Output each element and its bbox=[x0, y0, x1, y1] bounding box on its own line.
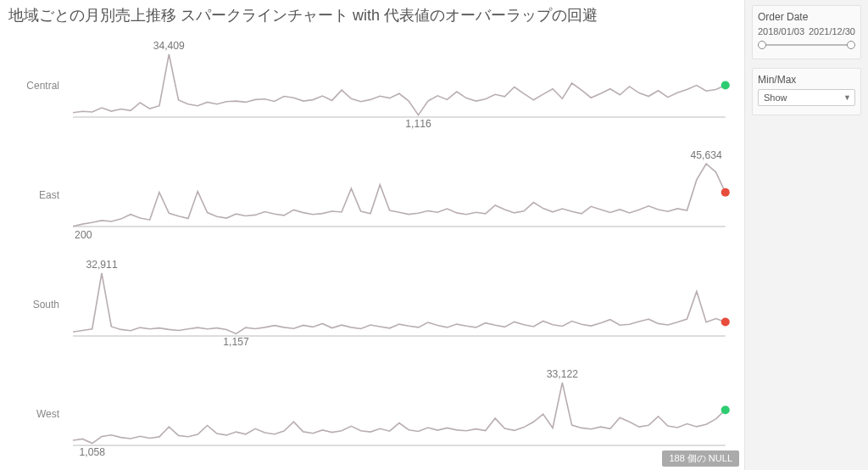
minmax-panel: Min/Max Show ▼ bbox=[752, 68, 861, 115]
app-root: 地域ごとの月別売上推移 スパークラインチャート with 代表値のオーバーラップ… bbox=[0, 0, 868, 470]
max-label: 45,634 bbox=[690, 149, 722, 161]
chart-row-south: South32,9111,157 bbox=[5, 255, 739, 355]
endpoint-dot bbox=[721, 317, 730, 326]
max-label: 34,409 bbox=[153, 40, 186, 52]
min-label: 1,116 bbox=[405, 117, 431, 129]
chart-row-central: Central34,4091,116 bbox=[5, 36, 739, 136]
order-date-slider[interactable] bbox=[758, 40, 855, 50]
order-date-start: 2018/01/03 bbox=[758, 26, 804, 36]
order-date-title: Order Date bbox=[758, 11, 855, 23]
slider-bar bbox=[760, 44, 853, 46]
region-label: South bbox=[5, 299, 68, 311]
sparkline-east: 45,634200 bbox=[68, 148, 739, 242]
order-date-panel: Order Date 2018/01/03 2021/12/30 bbox=[752, 5, 861, 59]
chart-row-east: East45,634200 bbox=[5, 145, 739, 245]
minmax-title: Min/Max bbox=[758, 74, 855, 86]
chart-row-west: West33,1221,058 bbox=[5, 364, 739, 464]
charts-container: Central34,4091,116East45,634200South32,9… bbox=[5, 31, 744, 468]
region-label: East bbox=[5, 189, 68, 201]
endpoint-dot bbox=[721, 81, 730, 89]
minmax-select[interactable]: Show ▼ bbox=[758, 89, 855, 106]
order-date-range-row: 2018/01/03 2021/12/30 bbox=[758, 26, 855, 36]
min-label: 1,058 bbox=[79, 445, 105, 457]
slider-knob-left[interactable] bbox=[758, 41, 766, 49]
sparkline-central: 34,4091,116 bbox=[68, 39, 739, 132]
endpoint-dot bbox=[721, 187, 730, 196]
region-label: Central bbox=[5, 80, 68, 92]
sidebar: Order Date 2018/01/03 2021/12/30 Min/Max… bbox=[744, 0, 868, 470]
main-panel: 地域ごとの月別売上推移 スパークラインチャート with 代表値のオーバーラップ… bbox=[0, 0, 744, 470]
min-label: 1,157 bbox=[223, 336, 249, 348]
max-label: 32,911 bbox=[86, 259, 118, 271]
region-label: West bbox=[5, 408, 68, 420]
page-title: 地域ごとの月別売上推移 スパークラインチャート with 代表値のオーバーラップ… bbox=[8, 5, 744, 25]
sparkline-west: 33,1221,058 bbox=[68, 367, 739, 461]
min-label: 200 bbox=[75, 228, 92, 240]
order-date-end: 2021/12/30 bbox=[809, 26, 855, 36]
null-count-badge[interactable]: 188 個の NULL bbox=[662, 450, 739, 467]
sparkline-south: 32,9111,157 bbox=[68, 258, 739, 351]
max-label: 33,122 bbox=[547, 368, 579, 380]
endpoint-dot bbox=[721, 406, 730, 414]
minmax-selected: Show bbox=[764, 92, 787, 103]
chevron-down-icon: ▼ bbox=[843, 93, 851, 102]
slider-knob-right[interactable] bbox=[847, 41, 855, 49]
